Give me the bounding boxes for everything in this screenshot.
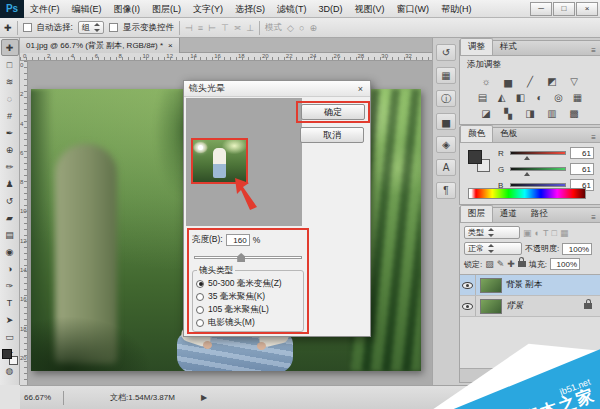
- lock-position-icon[interactable]: ✚: [507, 259, 515, 269]
- quick-selection-tool[interactable]: ◌: [1, 90, 19, 107]
- type-tool[interactable]: T: [1, 294, 19, 311]
- dialog-title-bar[interactable]: 镜头光晕 ×: [184, 81, 370, 97]
- eyedropper-tool[interactable]: ✒: [1, 124, 19, 141]
- move-tool[interactable]: ✚: [1, 39, 19, 56]
- menu-help[interactable]: 帮助(H): [435, 0, 478, 18]
- green-value-input[interactable]: 61: [570, 163, 594, 175]
- brightness-slider[interactable]: [194, 253, 302, 262]
- shape-tool[interactable]: ▭: [1, 328, 19, 345]
- fill-input[interactable]: 100%: [550, 258, 580, 270]
- 3d-mode-icon-3[interactable]: ⊕: [309, 23, 317, 33]
- gradient-map-icon[interactable]: ▥: [546, 108, 559, 119]
- panel-menu-icon[interactable]: ≡: [591, 133, 600, 142]
- layer-row-background-copy[interactable]: 背景 副本: [460, 275, 600, 296]
- filter-smart-icon[interactable]: ▦: [560, 228, 569, 238]
- history-brush-tool[interactable]: ↺: [1, 192, 19, 209]
- close-window-button[interactable]: ×: [576, 2, 598, 16]
- status-options-arrow[interactable]: ▶: [201, 393, 207, 402]
- lens-option-movie-prime[interactable]: 电影镜头(M): [196, 316, 300, 329]
- panel-menu-icon[interactable]: ≡: [591, 213, 600, 222]
- tab-paths[interactable]: 路径: [524, 206, 555, 222]
- auto-select-checkbox[interactable]: [23, 23, 32, 32]
- new-fill-layer-icon[interactable]: ▢: [558, 371, 566, 380]
- slider-thumb[interactable]: [524, 172, 530, 176]
- blue-slider[interactable]: [510, 183, 566, 187]
- layer-style-icon[interactable]: fx: [530, 371, 536, 380]
- menu-select[interactable]: 选择(S): [229, 0, 271, 18]
- cancel-button[interactable]: 取消: [300, 127, 364, 143]
- tab-swatches[interactable]: 色板: [493, 126, 524, 142]
- visibility-toggle[interactable]: [460, 296, 476, 316]
- hue-saturation-icon[interactable]: ▤: [476, 92, 489, 103]
- color-panel-swatch[interactable]: [468, 150, 490, 172]
- layer-thumbnail[interactable]: [480, 299, 502, 314]
- align-bottom-icon[interactable]: ⊥: [246, 23, 254, 33]
- brightness-contrast-icon[interactable]: ☼: [480, 76, 493, 87]
- filter-shape-icon[interactable]: □: [551, 228, 556, 238]
- visibility-toggle[interactable]: [460, 275, 476, 295]
- flare-center-point[interactable]: [198, 145, 203, 150]
- filter-adjustment-icon[interactable]: ◐: [535, 228, 540, 238]
- selective-color-icon[interactable]: ▩: [568, 108, 581, 119]
- red-value-input[interactable]: 61: [570, 147, 594, 159]
- levels-icon[interactable]: ▅: [502, 76, 515, 87]
- foreground-color-swatch[interactable]: [2, 349, 12, 359]
- layer-row-background[interactable]: 背景: [460, 296, 600, 317]
- lock-transparency-icon[interactable]: ▨: [485, 259, 494, 269]
- layer-name[interactable]: 背景: [506, 300, 523, 312]
- menu-filter[interactable]: 滤镜(T): [271, 0, 313, 18]
- delete-layer-icon[interactable]: ▦: [586, 371, 594, 380]
- radio-icon[interactable]: [196, 319, 204, 327]
- layer-thumbnail[interactable]: [480, 278, 502, 293]
- align-center-icon[interactable]: ≡: [198, 23, 203, 33]
- black-white-icon[interactable]: ◧: [514, 92, 527, 103]
- lens-option-35mm[interactable]: 35 毫米聚焦(K): [196, 290, 300, 303]
- tab-channels[interactable]: 通道: [493, 206, 524, 222]
- radio-icon[interactable]: [196, 280, 204, 288]
- close-tab-icon[interactable]: ×: [168, 41, 173, 50]
- photo-filter-icon[interactable]: ◐: [533, 92, 546, 103]
- eraser-tool[interactable]: ▰: [1, 209, 19, 226]
- properties-panel-icon[interactable]: ▦: [436, 67, 456, 84]
- exposure-icon[interactable]: ◩: [546, 76, 559, 87]
- menu-layer[interactable]: 图层(L): [146, 0, 187, 18]
- align-right-icon[interactable]: ⊢: [208, 23, 216, 33]
- tab-adjustments[interactable]: 调整: [460, 38, 493, 55]
- link-layers-icon[interactable]: ⧉: [518, 371, 524, 381]
- crop-tool[interactable]: #: [1, 107, 19, 124]
- radio-icon[interactable]: [196, 293, 204, 301]
- new-layer-icon[interactable]: ⊞: [573, 371, 580, 380]
- filter-pixel-icon[interactable]: ▣: [523, 228, 532, 238]
- menu-edit[interactable]: 编辑(E): [66, 0, 108, 18]
- menu-file[interactable]: 文件(F): [24, 0, 66, 18]
- foreground-color-swatch[interactable]: [468, 150, 482, 164]
- healing-brush-tool[interactable]: ⊕: [1, 141, 19, 158]
- auto-select-group-dropdown[interactable]: 组: [78, 21, 104, 34]
- radio-icon[interactable]: [196, 306, 204, 314]
- active-tool-icon[interactable]: ✚: [4, 23, 12, 33]
- menu-type[interactable]: 文字(Y): [187, 0, 229, 18]
- 3d-mode-icon-2[interactable]: ○: [299, 23, 304, 33]
- blur-tool[interactable]: ◉: [1, 243, 19, 260]
- foreground-background-swatch[interactable]: [2, 349, 18, 365]
- paragraph-panel-icon[interactable]: ¶: [436, 182, 456, 199]
- lens-option-105mm[interactable]: 105 毫米聚焦(L): [196, 303, 300, 316]
- menu-view[interactable]: 视图(V): [349, 0, 391, 18]
- slider-thumb[interactable]: [524, 156, 530, 160]
- slider-track[interactable]: [194, 256, 302, 259]
- align-top-icon[interactable]: ⊤: [221, 23, 229, 33]
- menu-window[interactable]: 窗口(W): [391, 0, 436, 18]
- character-panel-icon[interactable]: A: [436, 159, 456, 176]
- opacity-input[interactable]: 100%: [562, 243, 592, 255]
- layer-mask-icon[interactable]: ◧: [544, 371, 552, 380]
- lens-option-50-300[interactable]: 50-300 毫米变焦(Z): [196, 277, 300, 290]
- color-spectrum-bar[interactable]: [468, 188, 586, 199]
- clone-stamp-tool[interactable]: ♟: [1, 175, 19, 192]
- panel-menu-icon[interactable]: ≡: [591, 46, 600, 55]
- dodge-tool[interactable]: ◑: [1, 260, 19, 277]
- histogram-panel-icon[interactable]: ▅: [436, 113, 456, 130]
- path-selection-tool[interactable]: ➤: [1, 311, 19, 328]
- layer-name[interactable]: 背景 副本: [506, 279, 542, 291]
- blend-mode-dropdown[interactable]: 正常: [464, 242, 522, 255]
- vibrance-icon[interactable]: ▽: [568, 76, 581, 87]
